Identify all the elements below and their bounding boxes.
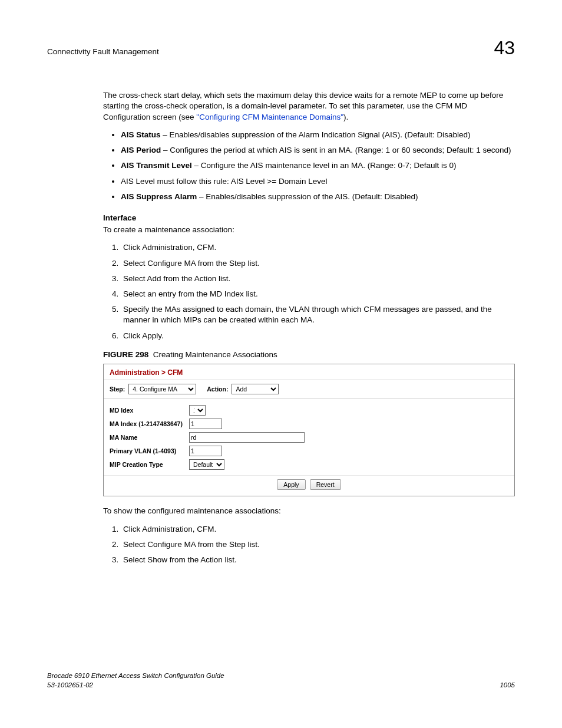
bullet-term: AIS Suppress Alarm [121,192,197,201]
figure-number: FIGURE 298 [103,350,148,359]
list-item: AIS Status – Enables/disables suppressio… [121,130,515,140]
bullet-term: AIS Transmit Level [121,161,192,170]
ma-index-input[interactable] [189,419,222,429]
revert-button[interactable]: Revert [310,479,341,490]
list-item: AIS Level must follow this rule: AIS Lev… [121,176,515,187]
bullet-term: AIS Period [121,146,161,154]
action-select[interactable]: Add [232,384,279,394]
primary-vlan-row: Primary VLAN (1-4093) [110,446,508,456]
mip-type-select[interactable]: Default [189,459,224,470]
show-steps: Click Administration, CFM. Select Config… [103,524,515,566]
md-index-row: MD Idex 1 [110,405,508,416]
list-item: Click Apply. [121,331,515,341]
page-footer: Brocade 6910 Ethernet Access Switch Conf… [47,671,515,690]
ma-name-label: MA Name [110,433,189,442]
primary-vlan-label: Primary VLAN (1-4093) [110,447,189,455]
interface-lead: To create a maintenance association: [103,225,515,235]
md-index-select[interactable]: 1 [189,405,206,416]
bullet-text: – Configures the period at which AIS is … [161,146,511,154]
list-item: Select Add from the Action list. [121,274,515,284]
bullet-term: AIS Status [121,130,161,139]
bullet-text: – Enables/disables suppression of the AI… [197,192,418,201]
list-item: AIS Suppress Alarm – Enables/disables su… [121,192,515,202]
action-label: Action: [207,385,228,393]
panel-breadcrumb: Administration > CFM [104,364,514,380]
ais-bullet-list: AIS Status – Enables/disables suppressio… [103,130,515,202]
step-action-row: Step: 4. Configure MA Action: Add [104,380,514,398]
footer-title: Brocade 6910 Ethernet Access Switch Conf… [47,671,224,681]
list-item: AIS Transmit Level – Configure the AIS m… [121,160,515,171]
list-item: Select Configure MA from the Step list. [121,258,515,269]
intro-paragraph: The cross-check start delay, which sets … [103,90,515,123]
button-row: Apply Revert [104,475,514,496]
list-item: Select Show from the Action list. [121,555,515,565]
page-header: Connectivity Fault Management 43 [47,35,515,61]
intro-link[interactable]: "Configuring CFM Maintenance Domains" [196,113,343,121]
list-item: AIS Period – Configures the period at wh… [121,145,515,156]
form-area: MD Idex 1 MA Index (1-2147483647) MA Nam… [104,398,514,475]
header-chapter-number: 43 [494,35,515,61]
create-steps: Click Administration, CFM. Select Config… [103,242,515,341]
primary-vlan-input[interactable] [189,446,222,456]
list-item: Select Configure MA from the Step list. [121,539,515,550]
ma-name-row: MA Name [110,432,508,443]
ma-name-input[interactable] [189,432,305,443]
step-label: Step: [110,385,125,393]
md-index-label: MD Idex [110,406,189,414]
header-section-title: Connectivity Fault Management [47,47,159,57]
mip-type-row: MIP Creation Type Default [110,459,508,470]
footer-page-number: 1005 [500,681,515,690]
figure-title: Creating Maintenance Associations [153,350,277,359]
bullet-text: AIS Level must follow this rule: AIS Lev… [121,177,327,186]
bullet-text: – Enables/disables suppression of the Al… [161,130,471,139]
interface-heading: Interface [103,213,515,223]
show-lead: To show the configured maintenance assoc… [103,506,515,516]
list-item: Specify the MAs assigned to each domain,… [121,304,515,325]
apply-button[interactable]: Apply [277,479,305,490]
figure-caption: FIGURE 298 Creating Maintenance Associat… [103,350,515,360]
ma-index-label: MA Index (1-2147483647) [110,420,189,428]
mip-type-label: MIP Creation Type [110,460,189,469]
ma-index-row: MA Index (1-2147483647) [110,419,508,429]
intro-text-after: ). [343,113,348,121]
page-content: The cross-check start delay, which sets … [103,90,515,565]
step-select[interactable]: 4. Configure MA [128,384,196,394]
footer-left: Brocade 6910 Ethernet Access Switch Conf… [47,671,224,690]
bullet-text: – Configure the AIS maintenance level in… [192,161,457,170]
list-item: Select an entry from the MD Index list. [121,289,515,299]
cfm-config-panel: Administration > CFM Step: 4. Configure … [103,364,515,496]
list-item: Click Administration, CFM. [121,242,515,253]
footer-docnum: 53-1002651-02 [47,681,224,690]
list-item: Click Administration, CFM. [121,524,515,535]
